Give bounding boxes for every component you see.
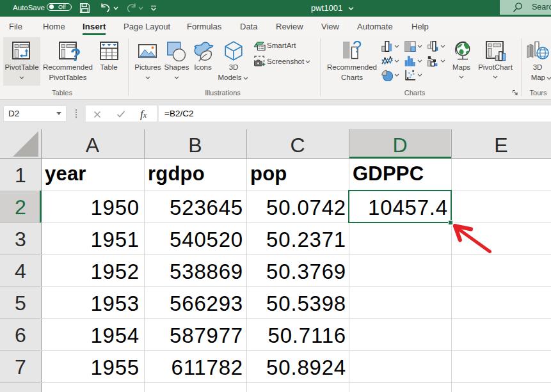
svg-text:?: ?: [353, 40, 362, 56]
svg-text:?: ?: [70, 45, 81, 62]
